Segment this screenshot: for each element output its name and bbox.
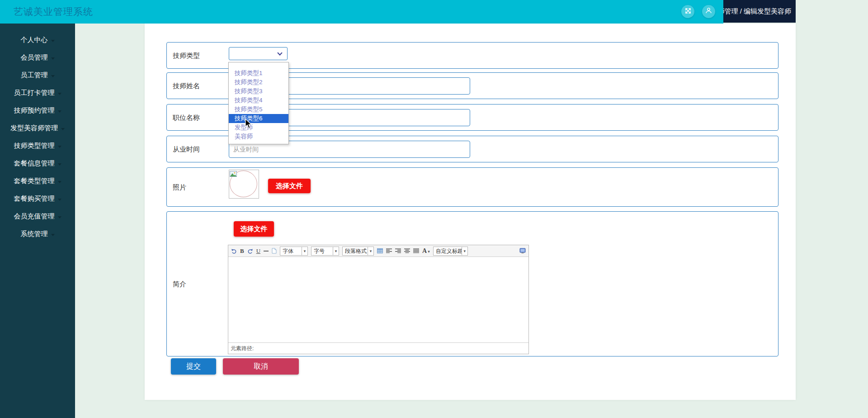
photo-label: 照片	[173, 183, 186, 191]
bold-button[interactable]: B	[240, 247, 244, 255]
align-left-icon[interactable]	[386, 248, 392, 253]
photo-preview	[229, 170, 259, 199]
align-justify-icon[interactable]	[413, 248, 419, 253]
redo-icon[interactable]	[247, 248, 253, 254]
custom-title-dropdown[interactable]: 自定义标题	[433, 247, 468, 256]
chevron-down-icon	[333, 247, 339, 255]
user-button[interactable]	[702, 5, 715, 18]
chevron-down-icon	[58, 181, 61, 183]
technician-type-dropdown-list: 技师类型1 技师类型2 技师类型3 技师类型4 技师类型5 技师类型6 发型师 …	[228, 62, 289, 144]
photo-choose-file-button[interactable]: 选择文件	[268, 179, 311, 193]
sidebar-item-tech-type-mgmt[interactable]: 技师类型管理	[0, 137, 75, 155]
chevron-down-icon	[58, 110, 61, 113]
sidebar-item-stylist-mgmt[interactable]: 发型美容师管理	[0, 119, 75, 137]
align-center-icon[interactable]	[404, 248, 410, 253]
font-color-button[interactable]: A	[422, 247, 430, 255]
chevron-down-icon	[51, 57, 55, 60]
editor-toolbar: B U 字体 字号	[228, 245, 528, 257]
chevron-down-icon	[58, 146, 61, 148]
rich-text-editor: B U 字体 字号	[228, 245, 529, 354]
sidebar-item-package-purchase-mgmt[interactable]: 套餐购买管理	[0, 190, 75, 208]
breadcrumb-text: 发型美容师管理 / 编辑发型美容师	[723, 7, 796, 16]
fullscreen-button[interactable]	[681, 5, 694, 18]
chevron-down-icon	[51, 234, 55, 236]
paste-page-icon[interactable]	[272, 248, 277, 254]
field-row-introduction: 简介 选择文件 B U	[166, 211, 778, 356]
sidebar-item-recharge-mgmt[interactable]: 会员充值管理	[0, 208, 75, 225]
font-size-dropdown[interactable]: 字号	[311, 247, 339, 256]
dropdown-option[interactable]: 技师类型3	[229, 87, 288, 96]
top-header: 艺诚美业管理系统	[0, 0, 723, 24]
editor-content-area[interactable]	[228, 257, 528, 342]
sidebar-item-appointment-mgmt[interactable]: 技师预约管理	[0, 102, 75, 119]
element-path-text: 元素路径:	[231, 345, 254, 352]
table-icon[interactable]	[377, 248, 383, 253]
chevron-down-icon	[302, 247, 307, 255]
sidebar-item-member-mgmt[interactable]: 会员管理	[0, 49, 75, 66]
undo-icon[interactable]	[231, 248, 237, 254]
sidebar-nav: 个人中心 会员管理 员工管理 员工打卡管理 技师预约管理 发型美容师管理 技师类…	[0, 24, 75, 418]
chevron-down-icon	[368, 247, 373, 255]
technician-name-label: 技师姓名	[173, 81, 200, 90]
chevron-down-icon	[462, 247, 467, 255]
horizontal-rule-icon[interactable]	[264, 251, 269, 252]
chevron-down-icon	[58, 216, 61, 218]
chevron-down-icon	[58, 93, 61, 95]
dropdown-option[interactable]: 技师类型4	[229, 96, 288, 105]
chevron-down-icon	[58, 199, 61, 201]
field-row-photo: 照片 选择文件	[166, 167, 778, 207]
fullscreen-icon	[685, 8, 691, 16]
chevron-down-icon	[51, 75, 55, 77]
dropdown-option-highlighted[interactable]: 技师类型6	[229, 114, 288, 123]
sidebar-item-package-type-mgmt[interactable]: 套餐类型管理	[0, 172, 75, 190]
technician-type-label: 技师类型	[173, 51, 200, 60]
position-name-label: 职位名称	[173, 113, 200, 122]
monitor-fullscreen-icon[interactable]	[519, 248, 526, 254]
chevron-down-icon	[61, 128, 65, 130]
dropdown-option[interactable]: 技师类型2	[229, 78, 288, 87]
font-family-dropdown[interactable]: 字体	[280, 247, 308, 256]
broken-image-icon	[230, 171, 237, 179]
paragraph-format-dropdown[interactable]: 段落格式	[342, 247, 374, 256]
app-title: 艺诚美业管理系统	[14, 5, 93, 18]
chevron-down-icon	[58, 163, 61, 166]
introduction-label: 简介	[173, 280, 186, 288]
working-time-label: 从业时间	[173, 145, 200, 153]
dropdown-option[interactable]: 技师类型1	[229, 69, 288, 78]
sidebar-item-system-mgmt[interactable]: 系统管理	[0, 225, 75, 243]
breadcrumb: 发型美容师管理 / 编辑发型美容师	[723, 0, 796, 23]
dropdown-option[interactable]: 技师类型5	[229, 105, 288, 114]
user-icon	[705, 7, 712, 16]
sidebar-item-clockin-mgmt[interactable]: 员工打卡管理	[0, 84, 75, 102]
sidebar-item-package-info-mgmt[interactable]: 套餐信息管理	[0, 155, 75, 172]
submit-button[interactable]: 提交	[171, 358, 216, 375]
chevron-down-icon	[277, 50, 282, 55]
technician-type-select[interactable]	[229, 47, 288, 60]
sidebar-item-personal-center[interactable]: 个人中心	[0, 31, 75, 49]
dropdown-option[interactable]: 发型师	[229, 123, 288, 132]
cancel-button[interactable]: 取消	[223, 358, 299, 375]
sidebar-item-staff-mgmt[interactable]: 员工管理	[0, 66, 75, 84]
editor-status-bar: 元素路径:	[228, 342, 528, 354]
align-right-icon[interactable]	[395, 248, 401, 253]
chevron-down-icon	[51, 40, 55, 42]
underline-button[interactable]: U	[256, 247, 260, 255]
intro-choose-file-button[interactable]: 选择文件	[234, 221, 274, 237]
dropdown-option[interactable]: 美容师	[229, 132, 288, 141]
